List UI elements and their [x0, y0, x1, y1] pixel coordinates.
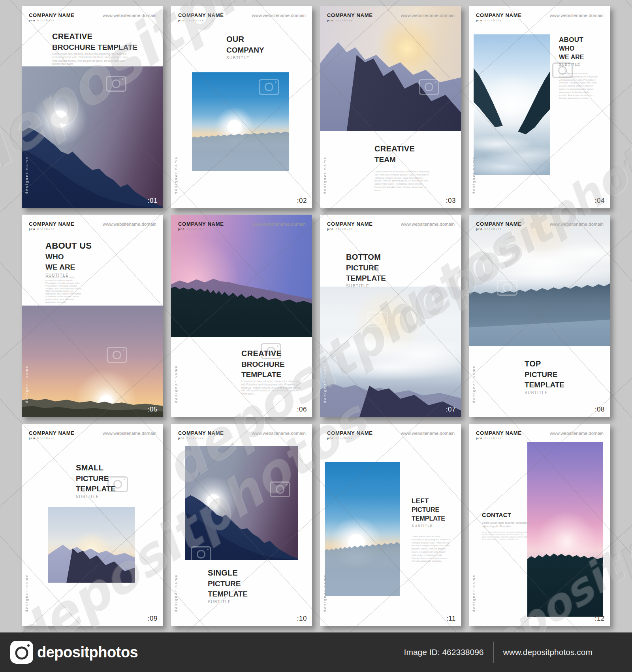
divider — [493, 642, 494, 663]
footer-meta: Image ID: 462338096 www.depositphotos.co… — [404, 642, 592, 663]
watermark-guidelines — [0, 0, 632, 672]
camera-lens-shape — [15, 647, 28, 660]
depositphotos-logo: depositphotos — [10, 641, 138, 664]
depositphotos-brand-text: depositphotos — [37, 644, 138, 661]
image-id-label: Image ID: 462338096 — [404, 647, 484, 657]
stock-preview-canvas: COMPANY NAME probrochure www.websitename… — [0, 0, 632, 672]
depositphotos-url: www.depositphotos.com — [503, 647, 592, 657]
depositphotos-camera-icon — [10, 641, 33, 664]
camera-flash-dot — [27, 644, 30, 647]
depositphotos-footer-bar: depositphotos Image ID: 462338096 www.de… — [0, 632, 632, 672]
